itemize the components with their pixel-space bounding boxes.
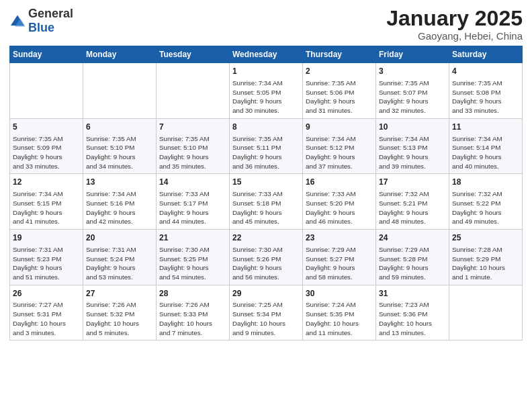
day-info: Sunrise: 7:30 AM Sunset: 5:26 PM Dayligh… [232, 245, 300, 282]
col-sunday: Sunday [10, 46, 83, 63]
day-info: Sunrise: 7:28 AM Sunset: 5:29 PM Dayligh… [452, 245, 519, 282]
calendar-cell: 27Sunrise: 7:26 AM Sunset: 5:32 PM Dayli… [83, 285, 157, 340]
day-info: Sunrise: 7:30 AM Sunset: 5:25 PM Dayligh… [159, 245, 226, 282]
day-number: 23 [306, 232, 373, 244]
day-info: Sunrise: 7:29 AM Sunset: 5:27 PM Dayligh… [306, 245, 373, 282]
header-row-days: Sunday Monday Tuesday Wednesday Thursday… [10, 46, 523, 63]
calendar-cell: 21Sunrise: 7:30 AM Sunset: 5:25 PM Dayli… [157, 230, 230, 285]
day-info: Sunrise: 7:31 AM Sunset: 5:23 PM Dayligh… [13, 245, 80, 282]
day-info: Sunrise: 7:25 AM Sunset: 5:34 PM Dayligh… [232, 300, 300, 337]
logo-general: General [28, 7, 73, 20]
calendar-week-5: 26Sunrise: 7:27 AM Sunset: 5:31 PM Dayli… [10, 285, 523, 340]
day-info: Sunrise: 7:26 AM Sunset: 5:32 PM Dayligh… [86, 300, 153, 337]
calendar-cell: 26Sunrise: 7:27 AM Sunset: 5:31 PM Dayli… [10, 285, 83, 340]
calendar-cell: 3Sunrise: 7:35 AM Sunset: 5:07 PM Daylig… [376, 63, 449, 119]
calendar-cell: 29Sunrise: 7:25 AM Sunset: 5:34 PM Dayli… [230, 285, 303, 340]
calendar-container: General Blue January 2025 Gaoyang, Hebei… [0, 0, 532, 347]
col-thursday: Thursday [303, 46, 376, 63]
day-info: Sunrise: 7:34 AM Sunset: 5:12 PM Dayligh… [306, 134, 373, 171]
calendar-cell: 28Sunrise: 7:26 AM Sunset: 5:33 PM Dayli… [157, 285, 230, 340]
calendar-cell: 17Sunrise: 7:32 AM Sunset: 5:21 PM Dayli… [376, 174, 449, 230]
calendar-cell [10, 63, 83, 119]
day-number: 26 [13, 288, 80, 300]
day-number: 1 [232, 66, 300, 77]
calendar-cell: 30Sunrise: 7:24 AM Sunset: 5:35 PM Dayli… [303, 285, 376, 340]
day-number: 6 [86, 122, 153, 133]
calendar-cell: 8Sunrise: 7:35 AM Sunset: 5:11 PM Daylig… [230, 118, 303, 174]
day-number: 9 [306, 122, 373, 133]
calendar-cell: 16Sunrise: 7:33 AM Sunset: 5:20 PM Dayli… [303, 174, 376, 230]
day-info: Sunrise: 7:33 AM Sunset: 5:18 PM Dayligh… [232, 189, 300, 226]
calendar-cell [157, 63, 230, 119]
day-info: Sunrise: 7:35 AM Sunset: 5:11 PM Dayligh… [232, 134, 300, 171]
logo-text: General Blue [28, 7, 73, 35]
calendar-cell: 4Sunrise: 7:35 AM Sunset: 5:08 PM Daylig… [449, 63, 523, 119]
logo: General Blue [9, 7, 73, 35]
logo-blue: Blue [28, 21, 54, 34]
day-info: Sunrise: 7:33 AM Sunset: 5:17 PM Dayligh… [159, 189, 226, 226]
calendar-cell: 22Sunrise: 7:30 AM Sunset: 5:26 PM Dayli… [230, 230, 303, 285]
day-number: 11 [452, 122, 519, 133]
calendar-table: Sunday Monday Tuesday Wednesday Thursday… [9, 46, 523, 340]
day-info: Sunrise: 7:35 AM Sunset: 5:06 PM Dayligh… [306, 79, 373, 116]
day-number: 2 [306, 66, 373, 77]
day-number: 16 [306, 177, 373, 188]
day-info: Sunrise: 7:35 AM Sunset: 5:10 PM Dayligh… [86, 134, 153, 171]
day-number: 20 [86, 232, 153, 244]
day-number: 13 [86, 177, 153, 188]
day-number: 31 [379, 288, 446, 300]
day-info: Sunrise: 7:26 AM Sunset: 5:33 PM Dayligh… [159, 300, 226, 337]
month-title: January 2025 [386, 7, 523, 30]
col-saturday: Saturday [449, 46, 523, 63]
calendar-week-4: 19Sunrise: 7:31 AM Sunset: 5:23 PM Dayli… [10, 230, 523, 285]
calendar-cell: 6Sunrise: 7:35 AM Sunset: 5:10 PM Daylig… [83, 118, 157, 174]
calendar-cell: 13Sunrise: 7:34 AM Sunset: 5:16 PM Dayli… [83, 174, 157, 230]
calendar-week-1: 1Sunrise: 7:34 AM Sunset: 5:05 PM Daylig… [10, 63, 523, 119]
location-title: Gaoyang, Hebei, China [386, 30, 523, 42]
day-number: 19 [13, 232, 80, 244]
day-number: 4 [452, 66, 519, 77]
calendar-cell: 2Sunrise: 7:35 AM Sunset: 5:06 PM Daylig… [303, 63, 376, 119]
day-info: Sunrise: 7:23 AM Sunset: 5:36 PM Dayligh… [379, 300, 446, 337]
calendar-cell: 9Sunrise: 7:34 AM Sunset: 5:12 PM Daylig… [303, 118, 376, 174]
day-info: Sunrise: 7:34 AM Sunset: 5:05 PM Dayligh… [232, 79, 300, 116]
day-number: 17 [379, 177, 446, 188]
calendar-cell: 5Sunrise: 7:35 AM Sunset: 5:09 PM Daylig… [10, 118, 83, 174]
calendar-cell: 23Sunrise: 7:29 AM Sunset: 5:27 PM Dayli… [303, 230, 376, 285]
calendar-cell: 19Sunrise: 7:31 AM Sunset: 5:23 PM Dayli… [10, 230, 83, 285]
day-number: 15 [232, 177, 300, 188]
calendar-cell: 15Sunrise: 7:33 AM Sunset: 5:18 PM Dayli… [230, 174, 303, 230]
day-info: Sunrise: 7:35 AM Sunset: 5:07 PM Dayligh… [379, 79, 446, 116]
day-number: 30 [306, 288, 373, 300]
logo-icon [9, 14, 26, 28]
day-info: Sunrise: 7:34 AM Sunset: 5:13 PM Dayligh… [379, 134, 446, 171]
calendar-cell [83, 63, 157, 119]
day-info: Sunrise: 7:35 AM Sunset: 5:08 PM Dayligh… [452, 79, 519, 116]
calendar-cell: 24Sunrise: 7:29 AM Sunset: 5:28 PM Dayli… [376, 230, 449, 285]
day-number: 10 [379, 122, 446, 133]
col-wednesday: Wednesday [230, 46, 303, 63]
day-number: 12 [13, 177, 80, 188]
day-number: 25 [452, 232, 519, 244]
title-area: January 2025 Gaoyang, Hebei, China [386, 7, 523, 42]
day-info: Sunrise: 7:24 AM Sunset: 5:35 PM Dayligh… [306, 300, 373, 337]
day-info: Sunrise: 7:29 AM Sunset: 5:28 PM Dayligh… [379, 245, 446, 282]
calendar-cell: 11Sunrise: 7:34 AM Sunset: 5:14 PM Dayli… [449, 118, 523, 174]
calendar-week-3: 12Sunrise: 7:34 AM Sunset: 5:15 PM Dayli… [10, 174, 523, 230]
day-info: Sunrise: 7:34 AM Sunset: 5:16 PM Dayligh… [86, 189, 153, 226]
day-number: 5 [13, 122, 80, 133]
day-number: 28 [159, 288, 226, 300]
calendar-cell: 10Sunrise: 7:34 AM Sunset: 5:13 PM Dayli… [376, 118, 449, 174]
day-info: Sunrise: 7:33 AM Sunset: 5:20 PM Dayligh… [306, 189, 373, 226]
day-info: Sunrise: 7:34 AM Sunset: 5:14 PM Dayligh… [452, 134, 519, 171]
day-number: 22 [232, 232, 300, 244]
day-info: Sunrise: 7:32 AM Sunset: 5:22 PM Dayligh… [452, 189, 519, 226]
col-tuesday: Tuesday [157, 46, 230, 63]
day-number: 21 [159, 232, 226, 244]
day-info: Sunrise: 7:35 AM Sunset: 5:10 PM Dayligh… [159, 134, 226, 171]
day-number: 18 [452, 177, 519, 188]
calendar-cell: 25Sunrise: 7:28 AM Sunset: 5:29 PM Dayli… [449, 230, 523, 285]
day-number: 7 [159, 122, 226, 133]
day-info: Sunrise: 7:35 AM Sunset: 5:09 PM Dayligh… [13, 134, 80, 171]
day-number: 3 [379, 66, 446, 77]
